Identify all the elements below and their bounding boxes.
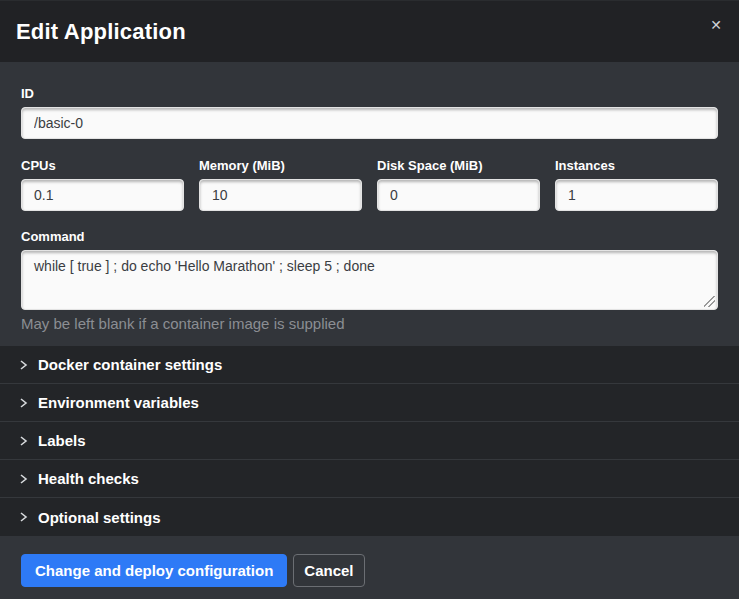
command-label: Command [21, 229, 718, 244]
modal-header: Edit Application ✕ [0, 0, 739, 62]
chevron-right-icon [18, 435, 28, 447]
memory-field-group: Memory (MiB) [199, 158, 362, 211]
chevron-right-icon [18, 473, 28, 485]
disk-label: Disk Space (MiB) [377, 158, 540, 173]
id-label: ID [21, 86, 718, 101]
cancel-button[interactable]: Cancel [293, 554, 364, 587]
disk-input[interactable] [377, 179, 540, 211]
section-health-checks[interactable]: Health checks [0, 460, 739, 498]
section-optional-settings[interactable]: Optional settings [0, 498, 739, 536]
section-label: Health checks [38, 470, 139, 487]
command-textarea[interactable]: while [ true ] ; do echo 'Hello Marathon… [21, 250, 718, 310]
chevron-right-icon [18, 511, 28, 523]
cpus-label: CPUs [21, 158, 184, 173]
close-icon[interactable]: ✕ [708, 16, 724, 34]
command-help-text: May be left blank if a container image i… [21, 315, 718, 332]
id-field-group: ID [21, 86, 718, 139]
cpus-input[interactable] [21, 179, 184, 211]
instances-input[interactable] [555, 179, 718, 211]
command-textarea-wrap: while [ true ] ; do echo 'Hello Marathon… [21, 250, 718, 310]
section-environment-variables[interactable]: Environment variables [0, 384, 739, 422]
chevron-right-icon [18, 397, 28, 409]
application-form: ID CPUs Memory (MiB) Disk Space (MiB) In… [0, 62, 739, 332]
section-label: Environment variables [38, 394, 199, 411]
id-input[interactable] [21, 107, 718, 139]
edit-application-modal: Edit Application ✕ ID CPUs Memory (MiB) … [0, 0, 739, 599]
memory-label: Memory (MiB) [199, 158, 362, 173]
instances-label: Instances [555, 158, 718, 173]
section-label: Labels [38, 432, 86, 449]
disk-field-group: Disk Space (MiB) [377, 158, 540, 211]
page-title: Edit Application [16, 19, 186, 45]
command-field-group: Command while [ true ] ; do echo 'Hello … [21, 229, 718, 332]
cpus-field-group: CPUs [21, 158, 184, 211]
section-labels[interactable]: Labels [0, 422, 739, 460]
collapsible-sections: Docker container settings Environment va… [0, 346, 739, 536]
resources-row: CPUs Memory (MiB) Disk Space (MiB) Insta… [21, 158, 718, 211]
section-docker-container-settings[interactable]: Docker container settings [0, 346, 739, 384]
modal-footer: Change and deploy configuration Cancel [0, 536, 739, 599]
change-and-deploy-button[interactable]: Change and deploy configuration [21, 554, 287, 587]
chevron-right-icon [18, 359, 28, 371]
section-label: Optional settings [38, 509, 161, 526]
instances-field-group: Instances [555, 158, 718, 211]
section-label: Docker container settings [38, 356, 222, 373]
memory-input[interactable] [199, 179, 362, 211]
resize-handle-icon[interactable] [704, 296, 715, 307]
